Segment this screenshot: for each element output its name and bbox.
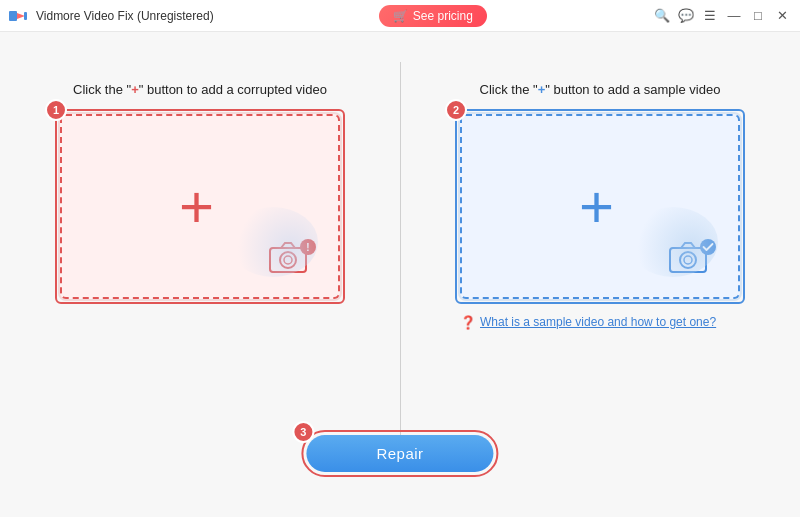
main-content: Click the "+" button to add a corrupted … <box>0 32 800 517</box>
repair-button-outer: 3 Repair <box>301 430 498 477</box>
svg-text:!: ! <box>306 242 309 253</box>
divider <box>400 62 401 437</box>
svg-point-11 <box>700 239 716 255</box>
corrupted-plus-char: + <box>131 82 139 97</box>
corrupted-plus-icon: + <box>179 177 214 237</box>
help-icon: ❓ <box>460 315 476 330</box>
minimize-button[interactable]: — <box>724 6 744 26</box>
sample-video-section: Click the "+" button to add a sample vid… <box>440 82 760 331</box>
sample-plus-icon: + <box>579 177 614 237</box>
chat-icon[interactable]: 💬 <box>676 6 696 26</box>
svg-point-10 <box>684 256 692 264</box>
maximize-button[interactable]: □ <box>748 6 768 26</box>
step-badge-3: 3 <box>292 421 314 443</box>
app-logo <box>8 6 28 26</box>
svg-point-9 <box>680 252 696 268</box>
svg-rect-0 <box>9 11 17 21</box>
svg-point-5 <box>284 256 292 264</box>
sample-video-instruction: Click the "+" button to add a sample vid… <box>480 82 721 97</box>
step-badge-2: 2 <box>445 99 467 121</box>
step-badge-1: 1 <box>45 99 67 121</box>
search-icon[interactable]: 🔍 <box>652 6 672 26</box>
corrupted-video-upload-box[interactable]: + ! <box>60 114 340 299</box>
app-title: Vidmore Video Fix (Unregistered) <box>36 9 214 23</box>
corrupted-video-box-outer: 1 + <box>55 109 345 304</box>
sample-link-area: ❓ What is a sample video and how to get … <box>460 314 740 331</box>
svg-marker-1 <box>17 13 25 19</box>
cart-icon: 🛒 <box>393 9 408 23</box>
svg-rect-2 <box>24 12 27 20</box>
sample-plus-char: + <box>538 82 546 97</box>
title-bar-controls: 🔍 💬 ☰ — □ ✕ <box>652 6 792 26</box>
see-pricing-label: See pricing <box>413 9 473 23</box>
close-button[interactable]: ✕ <box>772 6 792 26</box>
corrupted-video-section: Click the "+" button to add a corrupted … <box>40 82 360 304</box>
repair-area: 3 Repair <box>301 430 498 477</box>
corrupted-video-instruction: Click the "+" button to add a corrupted … <box>73 82 327 97</box>
sample-camera-icon <box>668 239 718 279</box>
title-bar-left: Vidmore Video Fix (Unregistered) <box>8 6 214 26</box>
svg-point-4 <box>280 252 296 268</box>
see-pricing-button[interactable]: 🛒 See pricing <box>379 5 487 27</box>
menu-icon[interactable]: ☰ <box>700 6 720 26</box>
title-bar: Vidmore Video Fix (Unregistered) 🛒 See p… <box>0 0 800 32</box>
sample-video-link[interactable]: What is a sample video and how to get on… <box>480 314 716 331</box>
title-bar-center: 🛒 See pricing <box>379 5 487 27</box>
sample-video-upload-box[interactable]: + <box>460 114 740 299</box>
sample-video-box-outer: 2 + <box>455 109 745 304</box>
corrupted-camera-icon: ! <box>268 239 318 279</box>
repair-button[interactable]: Repair <box>306 435 493 472</box>
